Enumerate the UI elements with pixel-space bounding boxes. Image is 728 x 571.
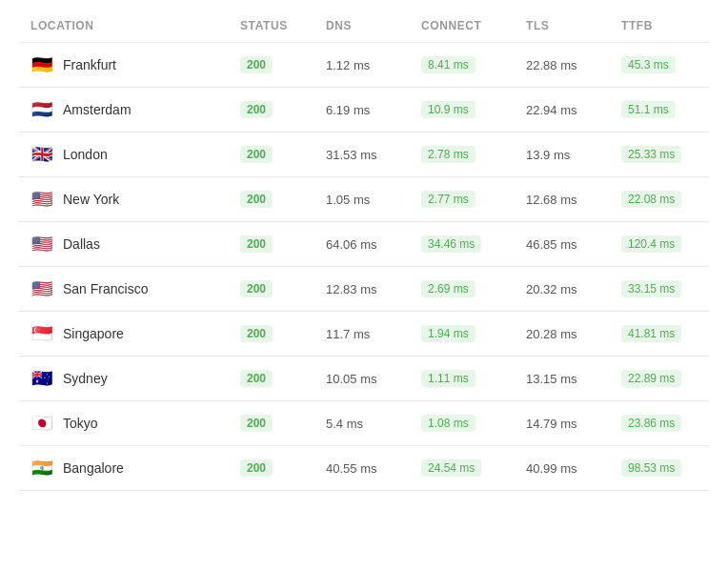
connect-cell: 1.08 ms — [421, 415, 526, 432]
tls-value: 13.9 ms — [526, 148, 621, 162]
ttfb-badge: 120.4 ms — [621, 235, 681, 253]
status-badge: 200 — [240, 280, 273, 297]
table-row[interactable]: 🇬🇧 London 200 31.53 ms 2.78 ms 13.9 ms 2… — [19, 133, 709, 177]
table-row[interactable]: 🇺🇸 San Francisco 200 12.83 ms 2.69 ms 20… — [19, 267, 709, 312]
connect-badge: 1.08 ms — [421, 415, 475, 432]
flag-icon: 🇯🇵 — [30, 415, 53, 432]
tls-value: 20.32 ms — [526, 282, 621, 296]
col-tls: TLS — [526, 19, 621, 32]
status-badge: 200 — [240, 191, 273, 208]
table-body: 🇩🇪 Frankfurt 200 1.12 ms 8.41 ms 22.88 m… — [19, 43, 709, 491]
dns-value: 40.55 ms — [326, 461, 421, 476]
table-row[interactable]: 🇺🇸 Dallas 200 64.06 ms 34.46 ms 46.85 ms… — [19, 222, 709, 267]
expand-button[interactable]: ⌄ — [717, 102, 728, 117]
expand-button[interactable]: ⌄ — [717, 147, 728, 162]
status-badge: 200 — [240, 235, 273, 253]
tls-value: 20.28 ms — [526, 327, 621, 341]
connect-cell: 34.46 ms — [421, 235, 526, 253]
tls-value: 46.85 ms — [526, 237, 621, 252]
flag-icon: 🇦🇺 — [30, 370, 53, 387]
ttfb-badge: 45.3 ms — [621, 56, 676, 73]
table-row[interactable]: 🇳🇱 Amsterdam 200 6.19 ms 10.9 ms 22.94 m… — [19, 88, 709, 133]
dns-value: 6.19 ms — [326, 103, 421, 117]
status-cell: 200 — [240, 325, 326, 342]
location-cell: 🇺🇸 San Francisco — [30, 280, 240, 297]
tls-value: 14.79 ms — [526, 417, 621, 431]
ttfb-badge: 22.89 ms — [621, 370, 681, 387]
connect-badge: 8.41 ms — [421, 56, 475, 73]
dns-value: 5.4 ms — [326, 417, 421, 431]
ttfb-cell: 22.89 ms — [621, 370, 717, 387]
location-cell: 🇸🇬 Singapore — [30, 325, 240, 342]
status-cell: 200 — [240, 459, 326, 477]
connect-cell: 2.77 ms — [421, 191, 526, 208]
status-cell: 200 — [240, 415, 326, 432]
expand-button[interactable]: ⌄ — [717, 57, 728, 72]
expand-button[interactable]: ⌄ — [717, 371, 728, 386]
table-row[interactable]: 🇮🇳 Bangalore 200 40.55 ms 24.54 ms 40.99… — [19, 446, 709, 491]
expand-button[interactable]: ⌄ — [717, 236, 728, 252]
ttfb-cell: 120.4 ms — [621, 235, 717, 253]
status-badge: 200 — [240, 56, 273, 73]
col-status: STATUS — [240, 19, 326, 32]
location-name: New York — [63, 192, 119, 207]
location-name: Frankfurt — [63, 57, 116, 72]
col-expand — [717, 19, 728, 32]
location-cell: 🇺🇸 New York — [30, 191, 240, 208]
dns-value: 31.53 ms — [326, 148, 421, 162]
ttfb-cell: 45.3 ms — [621, 56, 717, 73]
table-row[interactable]: 🇸🇬 Singapore 200 11.7 ms 1.94 ms 20.28 m… — [19, 312, 709, 357]
location-name: San Francisco — [63, 281, 148, 296]
ttfb-badge: 22.08 ms — [621, 191, 681, 208]
location-name: Dallas — [63, 236, 100, 252]
connect-badge: 1.94 ms — [421, 325, 475, 342]
connect-badge: 2.77 ms — [421, 191, 475, 208]
connect-cell: 1.94 ms — [421, 325, 526, 342]
dns-value: 10.05 ms — [326, 372, 421, 386]
tls-value: 13.15 ms — [526, 372, 621, 386]
table-row[interactable]: 🇯🇵 Tokyo 200 5.4 ms 1.08 ms 14.79 ms 23.… — [19, 401, 709, 446]
ttfb-badge: 33.15 ms — [621, 280, 681, 297]
location-name: Tokyo — [63, 416, 98, 431]
expand-button[interactable]: ⌄ — [717, 416, 728, 431]
status-cell: 200 — [240, 370, 326, 387]
status-cell: 200 — [240, 101, 326, 118]
status-badge: 200 — [240, 370, 273, 387]
ttfb-cell: 41.81 ms — [621, 325, 717, 342]
dns-value: 12.83 ms — [326, 282, 421, 296]
flag-icon: 🇬🇧 — [30, 146, 53, 163]
expand-button[interactable]: ⌄ — [717, 281, 728, 296]
expand-button[interactable]: ⌄ — [717, 192, 728, 207]
col-location: LOCATION — [30, 19, 240, 32]
table-row[interactable]: 🇺🇸 New York 200 1.05 ms 2.77 ms 12.68 ms… — [19, 177, 709, 222]
connect-cell: 24.54 ms — [421, 459, 526, 477]
connect-badge: 2.69 ms — [421, 280, 475, 297]
table-row[interactable]: 🇦🇺 Sydney 200 10.05 ms 1.11 ms 13.15 ms … — [19, 357, 709, 401]
tls-value: 40.99 ms — [526, 461, 621, 476]
location-name: Bangalore — [63, 460, 124, 476]
location-cell: 🇬🇧 London — [30, 146, 240, 163]
ttfb-cell: 23.86 ms — [621, 415, 717, 432]
status-cell: 200 — [240, 191, 326, 208]
ttfb-badge: 23.86 ms — [621, 415, 681, 432]
flag-icon: 🇺🇸 — [30, 235, 53, 253]
table-header: LOCATION STATUS DNS CONNECT TLS TTFB — [19, 10, 709, 43]
ttfb-cell: 22.08 ms — [621, 191, 717, 208]
expand-button[interactable]: ⌄ — [717, 460, 728, 476]
connect-badge: 24.54 ms — [421, 459, 481, 477]
connect-cell: 1.11 ms — [421, 370, 526, 387]
location-cell: 🇳🇱 Amsterdam — [30, 101, 240, 118]
flag-icon: 🇸🇬 — [30, 325, 53, 342]
col-connect: CONNECT — [421, 19, 526, 32]
location-name: Amsterdam — [63, 102, 131, 117]
expand-button[interactable]: ⌄ — [717, 326, 728, 341]
status-badge: 200 — [240, 325, 273, 342]
tls-value: 22.94 ms — [526, 103, 621, 117]
table-row[interactable]: 🇩🇪 Frankfurt 200 1.12 ms 8.41 ms 22.88 m… — [19, 43, 709, 88]
status-cell: 200 — [240, 235, 326, 253]
flag-icon: 🇺🇸 — [30, 280, 53, 297]
flag-icon: 🇩🇪 — [30, 56, 53, 73]
location-name: Sydney — [63, 371, 108, 386]
ttfb-cell: 51.1 ms — [621, 101, 717, 118]
ttfb-badge: 51.1 ms — [621, 101, 676, 118]
